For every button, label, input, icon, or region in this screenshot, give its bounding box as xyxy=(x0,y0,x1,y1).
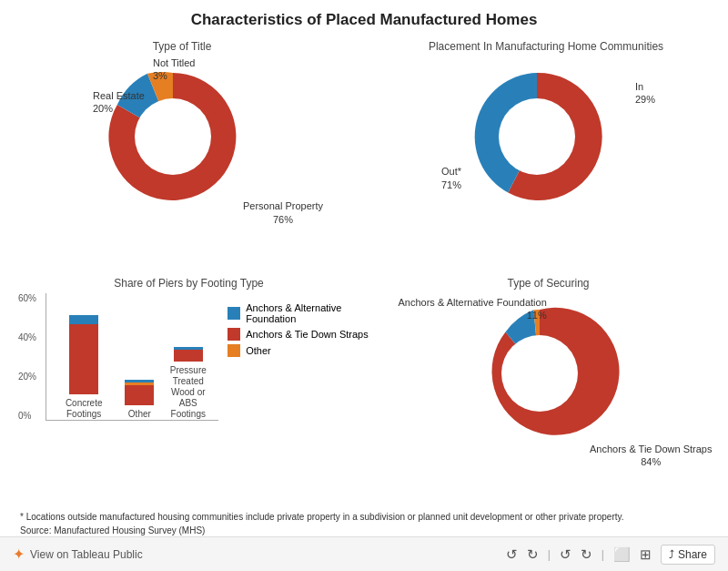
bar-concrete-red xyxy=(69,324,98,394)
bar-chart-with-legend: 60% 40% 20% 0% xyxy=(9,293,369,421)
legend-item-aaf: Anchors & Alternative Foundation xyxy=(228,302,369,324)
svg-point-1 xyxy=(499,98,575,175)
label-aaf-securing: Anchors & Alternative Foundation11% xyxy=(399,296,547,322)
legend-label-other: Other xyxy=(246,345,271,356)
page-title: Characteristics of Placed Manufactured H… xyxy=(0,0,728,35)
bottom-right-donut-wrapper: Anchors & Alternative Foundation11% Anch… xyxy=(458,291,640,464)
y-axis: 60% 40% 20% 0% xyxy=(18,293,44,421)
y-label-60: 60% xyxy=(18,293,44,303)
svg-point-2 xyxy=(501,335,578,412)
bottom-left-panel: Share of Piers by Footing Type 60% 40% 2… xyxy=(0,271,369,508)
view-on-tableau[interactable]: View on Tableau Public xyxy=(30,548,143,561)
undo-icon[interactable]: ↺ xyxy=(506,546,518,563)
bar-other-red xyxy=(125,385,154,405)
share-label: Share xyxy=(678,548,707,561)
charts-area: Type of Title Real Estate20% Not T xyxy=(0,35,728,507)
tableau-icon: ✦ xyxy=(13,546,25,563)
redo-icon[interactable]: ↻ xyxy=(527,546,539,563)
legend-item-other: Other xyxy=(228,344,369,357)
top-row: Type of Title Real Estate20% Not T xyxy=(0,35,728,271)
bar-legend: Anchors & Alternative Foundation Anchors… xyxy=(228,302,369,357)
bar-concrete: Concrete Footings xyxy=(57,315,110,420)
legend-color-other xyxy=(228,344,240,357)
label-in: In29% xyxy=(635,80,655,107)
top-left-subtitle: Type of Title xyxy=(153,40,212,53)
back-icon[interactable]: ↺ xyxy=(560,546,571,563)
main-container: Characteristics of Placed Manufactured H… xyxy=(0,0,728,571)
legend-color-atds xyxy=(228,328,240,341)
bar-pressure: Pressure TreatedWood or ABSFootings xyxy=(168,347,207,420)
svg-point-0 xyxy=(135,98,211,175)
legend-color-aaf xyxy=(228,307,240,320)
top-left-donut-wrapper: Real Estate20% Not Titled3% Personal Pro… xyxy=(91,55,273,228)
footer-left: ✦ View on Tableau Public xyxy=(13,546,143,563)
label-out: Out*71% xyxy=(441,165,461,191)
bottom-right-subtitle: Type of Securing xyxy=(507,277,589,290)
bar-label-concrete: Concrete Footings xyxy=(57,398,110,420)
divider: | xyxy=(548,548,551,561)
bottom-right-panel: Type of Securing Anchors & Alternative F… xyxy=(369,271,728,508)
share-icon: ⤴ xyxy=(669,548,674,561)
download-icon[interactable]: ⬜ xyxy=(613,546,631,563)
footer-right: ↺ ↻ | ↺ ↻ | ⬜ ⊞ ⤴ Share xyxy=(506,545,715,565)
legend-label-aaf: Anchors & Alternative Foundation xyxy=(246,302,369,324)
y-label-20: 20% xyxy=(18,372,44,382)
bar-concrete-blue xyxy=(69,315,98,324)
legend-label-atds: Anchors & Tie Down Straps xyxy=(246,329,369,340)
bar-label-pressure: Pressure TreatedWood or ABSFootings xyxy=(168,365,207,420)
label-real-estate: Real Estate20% xyxy=(93,89,145,116)
forward-icon[interactable]: ↻ xyxy=(581,546,592,563)
footnote-area: * Locations outside manufactured housing… xyxy=(0,507,728,536)
bar-label-other: Other xyxy=(128,409,151,420)
top-right-donut xyxy=(455,55,619,219)
bottom-row: Share of Piers by Footing Type 60% 40% 2… xyxy=(0,271,728,508)
label-not-titled: Not Titled3% xyxy=(153,56,195,83)
legend-item-atds: Anchors & Tie Down Straps xyxy=(228,328,369,341)
label-personal-property: Personal Property76% xyxy=(243,199,323,226)
bar-other: Other xyxy=(125,380,154,420)
top-right-donut-wrapper: In29% Out*71% xyxy=(455,55,637,228)
footnote: * Locations outside manufactured housing… xyxy=(11,509,717,523)
share-button[interactable]: ⤴ Share xyxy=(661,545,715,565)
bar-chart-container: 60% 40% 20% 0% xyxy=(18,293,218,421)
bar-other-stack xyxy=(125,380,154,405)
top-left-panel: Type of Title Real Estate20% Not T xyxy=(0,35,364,271)
divider2: | xyxy=(602,548,604,561)
y-label-40: 40% xyxy=(18,332,44,342)
label-atds-securing: Anchors & Tie Down Straps84% xyxy=(590,443,713,469)
source: Source: Manufactured Housing Survey (MHS… xyxy=(11,523,717,536)
bar-pressure-red xyxy=(174,350,203,362)
y-label-0: 0% xyxy=(18,411,44,421)
expand-icon[interactable]: ⊞ xyxy=(640,546,652,563)
top-right-panel: Placement In Manufacturing Home Communit… xyxy=(364,35,728,271)
bar-pressure-stack xyxy=(174,347,203,362)
bar-area: Concrete Footings Other xyxy=(46,293,218,421)
top-right-subtitle: Placement In Manufacturing Home Communit… xyxy=(429,40,663,53)
bar-concrete-stack xyxy=(69,315,98,394)
bottom-left-subtitle: Share of Piers by Footing Type xyxy=(114,277,264,290)
footer-bar: ✦ View on Tableau Public ↺ ↻ | ↺ ↻ | ⬜ ⊞… xyxy=(0,536,728,571)
